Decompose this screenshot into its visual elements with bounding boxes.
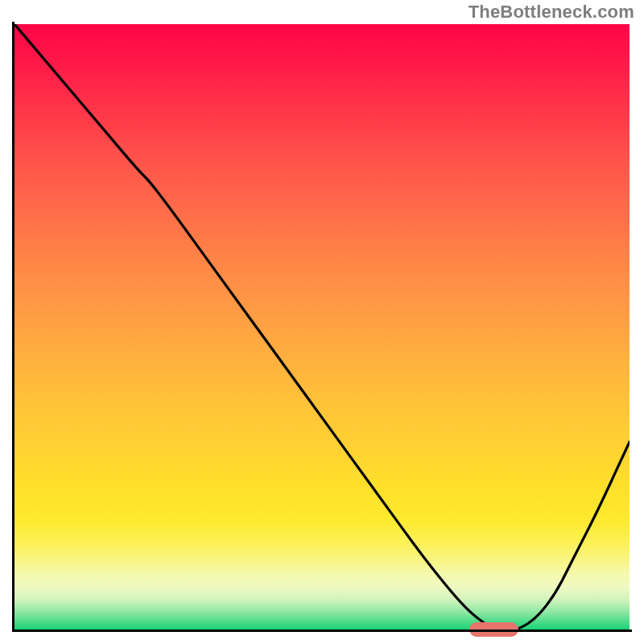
bottleneck-chart: TheBottleneck.com xyxy=(0,0,644,644)
bottleneck-curve xyxy=(14,24,630,630)
plot-area xyxy=(14,24,630,630)
x-axis xyxy=(12,630,632,632)
y-axis xyxy=(12,22,14,632)
watermark-text: TheBottleneck.com xyxy=(469,2,634,23)
